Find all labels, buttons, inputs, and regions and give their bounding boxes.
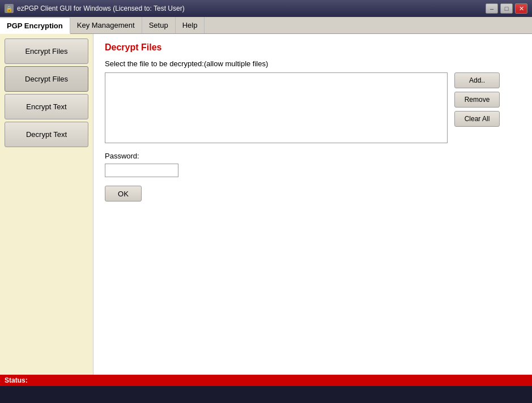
tab-pgp-encryption[interactable]: PGP Encryption (0, 17, 70, 34)
encrypt-files-button[interactable]: Encrypt Files (5, 38, 88, 64)
app-background: 0101001010110100101010010101001010110100… (0, 17, 532, 386)
title-bar-left: 🔒 ezPGP Client GUI for Windows (Licensed… (5, 4, 185, 13)
content-title: Decrypt Files (105, 42, 521, 53)
window-controls: – □ ✕ (486, 3, 527, 14)
title-bar: 🔒 ezPGP Client GUI for Windows (Licensed… (0, 0, 532, 17)
ok-button[interactable]: OK (105, 186, 142, 202)
decrypt-files-button[interactable]: Decrypt Files (5, 66, 88, 92)
menu-bar: PGP Encryption Key Management Setup Help (0, 17, 532, 34)
sidebar: Encrypt Files Decrypt Files Encrypt Text… (0, 34, 93, 386)
ok-section: OK (105, 186, 521, 202)
file-list-buttons: Add.. Remove Clear All (454, 72, 500, 127)
tab-setup[interactable]: Setup (142, 17, 176, 33)
file-list-box[interactable] (105, 72, 448, 143)
password-label: Password: (105, 152, 521, 160)
file-list-container: Add.. Remove Clear All (105, 72, 521, 143)
password-input[interactable] (105, 164, 178, 177)
content-area: Decrypt Files Select the file to be decr… (93, 34, 532, 386)
window-title: ezPGP Client GUI for Windows (Licensed t… (17, 5, 185, 12)
app-icon: 🔒 (5, 4, 14, 13)
status-label: Status: (5, 376, 28, 384)
close-button[interactable]: ✕ (515, 3, 527, 14)
encrypt-text-button[interactable]: Encrypt Text (5, 94, 88, 119)
clear-all-button[interactable]: Clear All (454, 111, 500, 127)
tab-key-management[interactable]: Key Management (70, 17, 142, 33)
minimize-button[interactable]: – (486, 3, 498, 14)
maximize-button[interactable]: □ (500, 3, 513, 14)
file-select-label: Select the file to be decrypted:(allow m… (105, 59, 521, 68)
remove-button[interactable]: Remove (454, 92, 500, 108)
add-button[interactable]: Add.. (454, 72, 500, 88)
main-layout: Encrypt Files Decrypt Files Encrypt Text… (0, 34, 532, 386)
password-section: Password: (105, 152, 521, 177)
decrypt-text-button[interactable]: Decrypt Text (5, 122, 88, 147)
tab-help[interactable]: Help (176, 17, 205, 33)
status-bar: Status: (0, 375, 532, 386)
